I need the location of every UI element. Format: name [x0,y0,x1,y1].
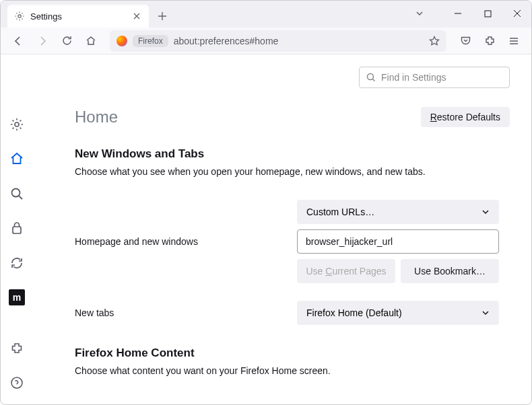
newtabs-select-value: Firefox Home (Default) [306,307,402,318]
homepage-select-value: Custom URLs… [306,207,374,217]
tabs-dropdown-icon[interactable] [409,0,430,27]
sidebar: m [1,54,33,404]
svg-point-0 [18,15,21,17]
menu-icon[interactable] [503,30,525,52]
gear-icon [14,11,25,22]
chevron-down-icon [481,309,490,317]
reload-button[interactable] [56,30,77,52]
pocket-icon[interactable] [455,30,476,52]
sidebar-sync-icon[interactable] [7,254,26,272]
back-button[interactable] [7,30,29,52]
section-desc-windows-tabs: Choose what you see when you open your h… [75,166,510,177]
firefox-icon [117,36,127,46]
close-window-button[interactable] [502,0,532,27]
close-tab-icon[interactable] [131,11,142,22]
svg-point-2 [15,122,19,126]
maximize-button[interactable] [473,0,502,27]
bookmark-star-icon[interactable] [429,36,440,46]
homepage-url-input[interactable] [297,229,499,254]
sidebar-extensions-icon[interactable] [7,339,26,358]
browser-tab[interactable]: Settings [7,5,149,28]
url-bar[interactable]: Firefox about:preferences#home [110,30,446,52]
sidebar-general-icon[interactable] [7,115,26,134]
sidebar-privacy-icon[interactable] [7,219,26,238]
sidebar-search-icon[interactable] [7,184,26,203]
url-text: about:preferences#home [174,36,424,46]
forward-button[interactable] [32,30,53,52]
search-placeholder: Find in Settings [381,72,446,83]
svg-point-6 [368,74,374,80]
sidebar-home-icon[interactable] [7,150,26,169]
svg-rect-1 [485,11,491,17]
minimize-button[interactable] [443,0,473,27]
sidebar-mozilla-icon[interactable]: m [7,289,26,307]
section-desc-home-content: Choose what content you want on your Fir… [75,365,510,376]
new-tab-button[interactable] [153,7,172,26]
chevron-down-icon [481,208,490,216]
section-title-windows-tabs: New Windows and Tabs [75,147,510,161]
svg-rect-4 [13,227,21,233]
search-icon [366,73,376,82]
home-button[interactable] [80,30,102,52]
homepage-label: Homepage and new windows [75,236,297,247]
homepage-select[interactable]: Custom URLs… [297,200,499,224]
toolbar: Firefox about:preferences#home [1,28,531,54]
newtabs-select[interactable]: Firefox Home (Default) [297,301,499,325]
main-content: Find in Settings Home Restore Defaults N… [33,54,531,404]
extensions-icon[interactable] [479,30,500,52]
restore-defaults-button[interactable]: Restore Defaults [421,107,510,127]
svg-point-3 [12,188,20,196]
page-title: Home [75,108,118,126]
tab-title: Settings [30,11,62,22]
url-label: Firefox [133,35,168,47]
use-bookmark-button[interactable]: Use Bookmark… [401,259,499,283]
section-title-home-content: Firefox Home Content [75,346,510,360]
settings-search-input[interactable]: Find in Settings [359,67,510,88]
sidebar-help-icon[interactable] [7,374,26,393]
window-controls [409,0,532,27]
use-current-pages-button[interactable]: Use Current Pages [297,259,395,283]
newtabs-label: New tabs [75,307,297,318]
